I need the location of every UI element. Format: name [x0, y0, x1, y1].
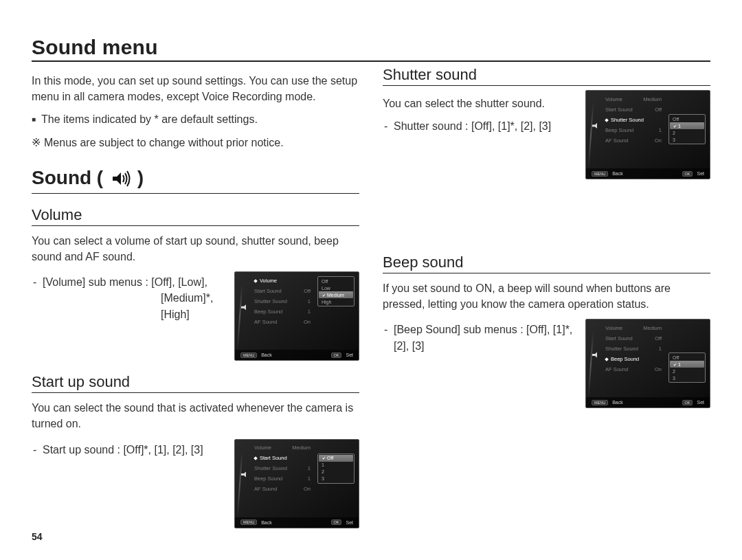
volume-options-line1: [Volume] sub menus : [Off], [Low], [Medi…: [32, 274, 225, 322]
intro-text: In this mode, you can set up sound setti…: [32, 73, 359, 104]
left-column: In this mode, you can set up sound setti…: [32, 66, 359, 528]
startup-desc: You can select the sound that is activat…: [32, 400, 359, 432]
speaker-icon: [592, 351, 599, 358]
beep-heading: Beep sound: [383, 254, 710, 273]
speaker-icon: [241, 304, 248, 311]
beep-desc: If you set sound to ON, a beep will soun…: [383, 280, 710, 312]
page-title: Sound menu: [32, 36, 710, 62]
startup-screenshot: VolumeMedium Start Sound Shutter Sound1 …: [234, 439, 359, 528]
shutter-screenshot: VolumeMedium Start SoundOff Shutter Soun…: [585, 90, 710, 179]
volume-heading: Volume: [32, 206, 359, 226]
sound-section-heading: Sound ( ): [32, 167, 359, 194]
shutter-heading: Shutter sound: [383, 66, 710, 86]
sound-heading-close: ): [132, 167, 144, 188]
startup-heading: Start up sound: [32, 373, 359, 393]
shutter-desc: You can select the shutter sound.: [383, 96, 576, 111]
speaker-icon: [592, 122, 599, 129]
beep-screenshot: VolumeMedium Start SoundOff Shutter Soun…: [585, 319, 710, 408]
startup-options: Start up sound : [Off]*, [1], [2], [3]: [32, 442, 225, 458]
volume-screenshot: Volume Start SoundOff Shutter Sound1 Bee…: [234, 271, 359, 361]
shutter-options: Shutter sound : [Off], [1]*, [2], [3]: [383, 118, 576, 134]
change-note: Menus are subject to change without prio…: [32, 135, 359, 150]
right-column: Shutter sound You can select the shutter…: [383, 66, 710, 528]
page-number: 54: [32, 531, 43, 542]
sound-heading-text: Sound (: [32, 167, 109, 188]
speaker-icon: [241, 471, 248, 478]
sound-icon: [111, 170, 131, 192]
beep-options: [Beep Sound] sub menus : [Off], [1]*, [2…: [383, 322, 576, 353]
volume-options-line2: [Medium]*, [High]: [43, 290, 225, 322]
default-note: The items indicated by * are default set…: [32, 111, 359, 127]
volume-desc: You can select a volume of start up soun…: [32, 233, 359, 265]
